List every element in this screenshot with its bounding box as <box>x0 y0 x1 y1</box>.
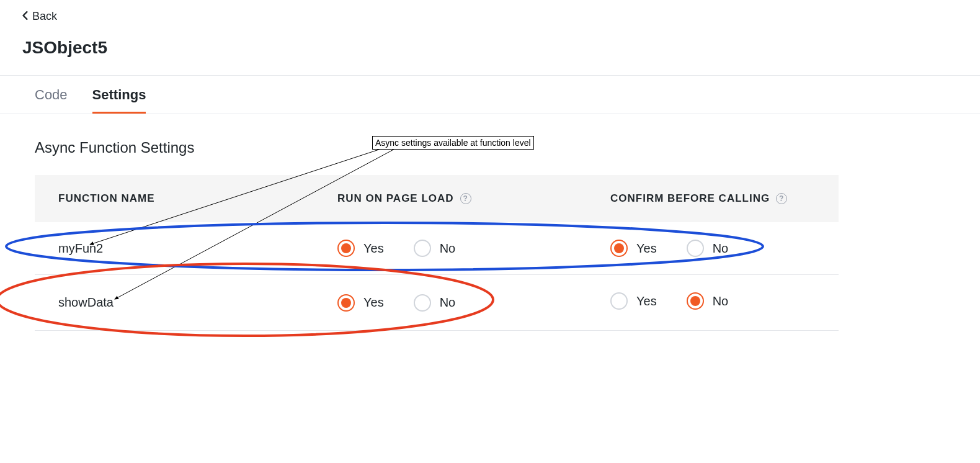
radio-icon <box>687 240 704 257</box>
radio-icon <box>610 240 628 257</box>
radio-yes[interactable]: Yes <box>337 294 384 312</box>
chevron-left-icon <box>22 10 29 23</box>
radio-icon <box>414 294 431 312</box>
radio-label: No <box>713 241 729 256</box>
help-icon[interactable]: ? <box>460 193 471 204</box>
run-on-load-radio-group: Yes No <box>337 240 455 257</box>
tab-code[interactable]: Code <box>35 76 68 114</box>
function-name-cell: showData <box>35 275 314 331</box>
column-label: RUN ON PAGE LOAD <box>337 192 454 205</box>
radio-icon <box>337 294 355 312</box>
radio-yes[interactable]: Yes <box>610 292 657 310</box>
help-icon[interactable]: ? <box>776 193 787 204</box>
function-name-cell: myFun2 <box>35 222 314 275</box>
column-header-function-name: FUNCTION NAME <box>35 175 314 222</box>
radio-icon <box>414 240 431 257</box>
column-header-confirm-before-calling: CONFIRM BEFORE CALLING ? <box>587 175 839 222</box>
tab-settings[interactable]: Settings <box>92 76 146 114</box>
radio-icon <box>337 240 355 257</box>
run-on-load-radio-group: Yes No <box>337 294 455 312</box>
radio-no[interactable]: No <box>687 292 729 310</box>
confirm-before-radio-group: Yes No <box>610 292 728 310</box>
column-label: CONFIRM BEFORE CALLING <box>610 192 770 205</box>
annotation-label: Async settings available at function lev… <box>372 136 534 150</box>
radio-label: No <box>440 295 456 310</box>
table-row: myFun2 Yes No <box>35 222 839 275</box>
radio-icon <box>687 292 704 310</box>
radio-yes[interactable]: Yes <box>610 240 657 257</box>
back-label: Back <box>32 10 57 23</box>
table-row: showData Yes No <box>35 275 839 331</box>
column-label: FUNCTION NAME <box>58 192 155 205</box>
radio-label: No <box>713 294 729 308</box>
back-button[interactable]: Back <box>22 10 57 23</box>
column-header-run-on-load: RUN ON PAGE LOAD ? <box>314 175 587 222</box>
radio-no[interactable]: No <box>687 240 729 257</box>
radio-no[interactable]: No <box>414 294 456 312</box>
radio-no[interactable]: No <box>414 240 456 257</box>
confirm-before-radio-group: Yes No <box>610 240 728 257</box>
radio-label: Yes <box>363 241 384 256</box>
radio-label: Yes <box>363 295 384 310</box>
function-settings-table: FUNCTION NAME RUN ON PAGE LOAD ? CONFIRM… <box>35 175 839 331</box>
tabs: Code Settings <box>0 76 980 114</box>
page-title: JSObject5 <box>22 38 958 58</box>
radio-label: Yes <box>636 294 657 308</box>
radio-icon <box>610 292 628 310</box>
radio-label: No <box>440 241 456 256</box>
radio-label: Yes <box>636 241 657 256</box>
radio-yes[interactable]: Yes <box>337 240 384 257</box>
